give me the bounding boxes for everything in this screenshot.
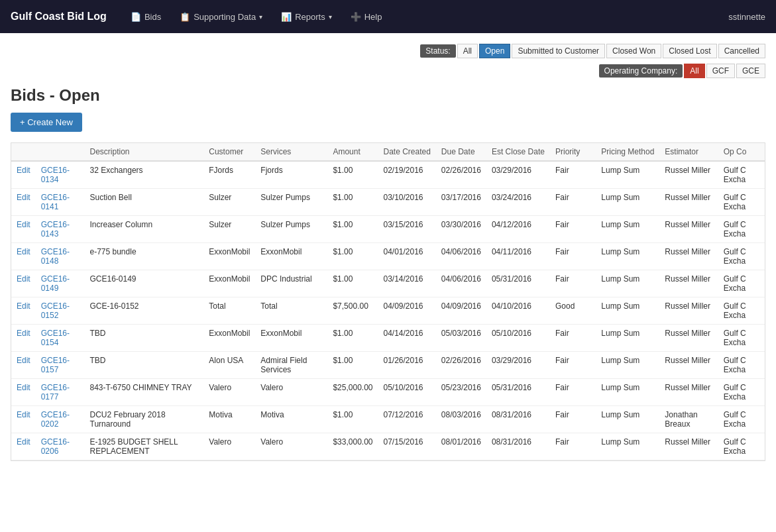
bid-id[interactable]: GCE16-0202 [36, 406, 85, 433]
date-created: 03/15/2016 [378, 216, 435, 243]
edit-link[interactable]: Edit [11, 243, 36, 270]
opco-gcf-btn[interactable]: GCF [706, 64, 735, 78]
bid-id[interactable]: GCE16-0149 [36, 270, 85, 297]
estimator: Russel Miller [659, 352, 718, 379]
priority: Fair [550, 189, 585, 216]
due-date: 04/06/2016 [436, 243, 486, 270]
edit-link[interactable]: Edit [11, 297, 36, 325]
amount: $1.00 [327, 161, 378, 189]
customer: ExxonMobil [203, 243, 255, 270]
priority: Fair [550, 379, 585, 406]
edit-link[interactable]: Edit [11, 161, 36, 189]
extra [585, 270, 596, 297]
status-closed-won-btn[interactable]: Closed Won [606, 44, 661, 58]
col-due-date: Due Date [436, 143, 486, 161]
extra [585, 325, 596, 352]
opco-gce-btn[interactable]: GCE [736, 64, 765, 78]
date-created: 02/19/2016 [378, 161, 435, 189]
col-description: Description [85, 143, 204, 161]
due-date: 03/30/2016 [436, 216, 486, 243]
col-customer: Customer [203, 143, 255, 161]
table-body: EditGCE16-013432 ExchangersFJordsFjords$… [11, 161, 765, 460]
pricing: Lump Sum [596, 189, 659, 216]
nav-bids[interactable]: 📄 Bids [123, 8, 169, 26]
amount: $33,000.00 [327, 433, 378, 460]
priority: Fair [550, 352, 585, 379]
estimator: Russel Miller [659, 161, 718, 189]
table-row: EditGCE16-0148e-775 bundleExxonMobilExxo… [11, 243, 765, 270]
bid-id[interactable]: GCE16-0206 [36, 433, 85, 460]
est-close: 05/10/2016 [486, 325, 550, 352]
customer: Sulzer [203, 189, 255, 216]
services: Sulzer Pumps [255, 216, 327, 243]
edit-link[interactable]: Edit [11, 379, 36, 406]
edit-link[interactable]: Edit [11, 216, 36, 243]
services: Admiral Field Services [255, 352, 327, 379]
status-open-btn[interactable]: Open [479, 44, 510, 58]
status-submitted-btn[interactable]: Submitted to Customer [512, 44, 605, 58]
main-nav: 📄 Bids 📋 Supporting Data ▾ 📊 Reports ▾ ➕… [123, 8, 728, 26]
nav-supporting-data[interactable]: 📋 Supporting Data ▾ [172, 8, 270, 26]
services: Valero [255, 379, 327, 406]
table-header-row: Description Customer Services Amount Dat… [11, 143, 765, 161]
estimator: Russel Miller [659, 216, 718, 243]
status-label: Status: [420, 44, 455, 58]
priority: Good [550, 297, 585, 325]
bid-id[interactable]: GCE16-0152 [36, 297, 85, 325]
extra [585, 379, 596, 406]
customer: ExxonMobil [203, 325, 255, 352]
pricing: Lump Sum [596, 352, 659, 379]
extra [585, 297, 596, 325]
date-created: 07/12/2016 [378, 406, 435, 433]
col-amount: Amount [327, 143, 378, 161]
opco: Gulf C Excha [718, 189, 765, 216]
due-date: 02/26/2016 [436, 352, 486, 379]
status-all-btn[interactable]: All [457, 44, 478, 58]
create-new-button[interactable]: + Create New [11, 113, 82, 132]
content-area: Status: All Open Submitted to Customer C… [0, 33, 776, 532]
nav-reports[interactable]: 📊 Reports ▾ [273, 8, 340, 26]
table-row: EditGCE16-0206E-1925 BUDGET SHELL REPLAC… [11, 433, 765, 460]
edit-link[interactable]: Edit [11, 433, 36, 460]
bid-id[interactable]: GCE16-0143 [36, 216, 85, 243]
status-cancelled-btn[interactable]: Cancelled [718, 44, 765, 58]
due-date: 08/01/2016 [436, 433, 486, 460]
table-row: EditGCE16-0202DCU2 February 2018 Turnaro… [11, 406, 765, 433]
bid-id[interactable]: GCE16-0141 [36, 189, 85, 216]
opco: Gulf C Excha [718, 352, 765, 379]
table-row: EditGCE16-0154TBDExxonMobilExxonMobil$1.… [11, 325, 765, 352]
status-closed-lost-btn[interactable]: Closed Lost [663, 44, 716, 58]
customer: FJords [203, 161, 255, 189]
status-filter-bar: Status: All Open Submitted to Customer C… [11, 44, 765, 58]
opco: Gulf C Excha [718, 325, 765, 352]
priority: Fair [550, 406, 585, 433]
edit-link[interactable]: Edit [11, 352, 36, 379]
edit-link[interactable]: Edit [11, 270, 36, 297]
bid-id[interactable]: GCE16-0177 [36, 379, 85, 406]
edit-link[interactable]: Edit [11, 325, 36, 352]
est-close: 05/31/2016 [486, 379, 550, 406]
edit-link[interactable]: Edit [11, 189, 36, 216]
pricing: Lump Sum [596, 161, 659, 189]
table-row: EditGCE16-0152GCE-16-0152TotalTotal$7,50… [11, 297, 765, 325]
bid-id[interactable]: GCE16-0157 [36, 352, 85, 379]
col-estimator: Estimator [659, 143, 718, 161]
amount: $1.00 [327, 352, 378, 379]
estimator: Russel Miller [659, 325, 718, 352]
bid-id[interactable]: GCE16-0134 [36, 161, 85, 189]
col-opco: Op Co [718, 143, 765, 161]
opco-all-btn[interactable]: All [684, 64, 704, 78]
estimator: Russel Miller [659, 270, 718, 297]
opco: Gulf C Excha [718, 297, 765, 325]
edit-link[interactable]: Edit [11, 406, 36, 433]
nav-help[interactable]: ➕ Help [343, 8, 390, 26]
customer: Total [203, 297, 255, 325]
est-close: 08/31/2016 [486, 406, 550, 433]
services: Total [255, 297, 327, 325]
brand-title: Gulf Coast Bid Log [11, 11, 107, 23]
est-close: 03/29/2016 [486, 161, 550, 189]
pricing: Lump Sum [596, 243, 659, 270]
bid-id[interactable]: GCE16-0154 [36, 325, 85, 352]
bid-id[interactable]: GCE16-0148 [36, 243, 85, 270]
date-created: 03/14/2016 [378, 270, 435, 297]
